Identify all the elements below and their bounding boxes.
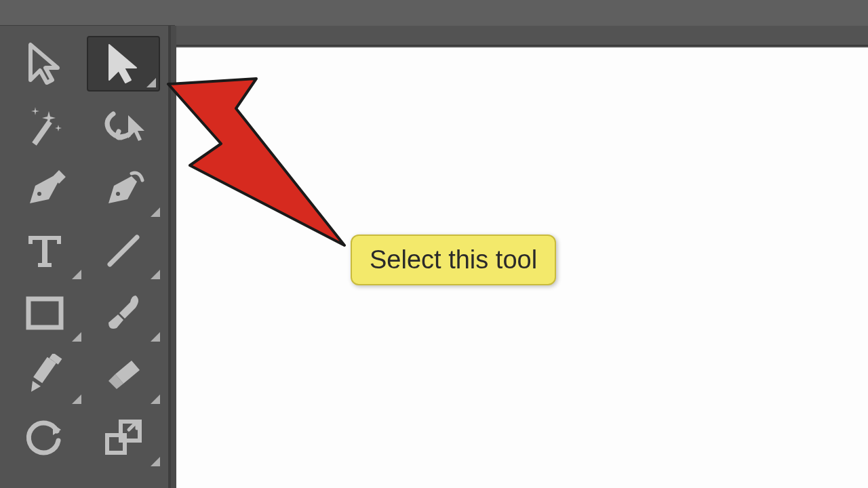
svg-point-9 [35,449,38,451]
tools-panel [0,26,171,488]
eraser-tool[interactable] [84,344,163,407]
annotation-label: Select this tool [351,235,556,285]
flyout-indicator-icon [72,332,81,342]
annotation-label-text: Select this tool [370,245,537,274]
flyout-indicator-icon [151,332,160,342]
magic-wand-tool[interactable] [5,95,84,157]
flyout-indicator-icon [72,394,81,404]
svg-point-8 [43,451,46,454]
flyout-indicator-icon [146,78,156,87]
pencil-tool[interactable] [5,344,84,407]
flyout-indicator-icon [151,270,160,279]
flyout-indicator-icon [151,394,160,404]
paintbrush-tool[interactable] [84,282,163,344]
pen-tool[interactable] [5,157,84,220]
flyout-indicator-icon [151,207,160,217]
svg-line-4 [110,237,137,264]
flyout-indicator-icon [151,457,160,466]
lasso-tool[interactable] [84,95,163,157]
svg-rect-0 [32,120,52,145]
tool-grid [0,26,168,469]
application-top-bar [0,0,868,26]
ruler-strip [176,26,868,46]
svg-point-10 [52,449,54,451]
curvature-tool[interactable] [84,157,163,220]
rectangle-tool[interactable] [5,282,84,344]
svg-point-2 [37,192,41,196]
direct-selection-tool[interactable] [87,36,160,92]
selection-tool[interactable] [5,33,84,95]
scale-tool[interactable] [84,407,163,469]
rotate-tool[interactable] [5,407,84,469]
svg-rect-6 [33,357,56,384]
type-tool[interactable] [5,220,84,282]
flyout-indicator-icon [72,270,81,279]
svg-point-3 [116,192,120,196]
svg-rect-5 [28,299,61,327]
line-segment-tool[interactable] [84,220,163,282]
